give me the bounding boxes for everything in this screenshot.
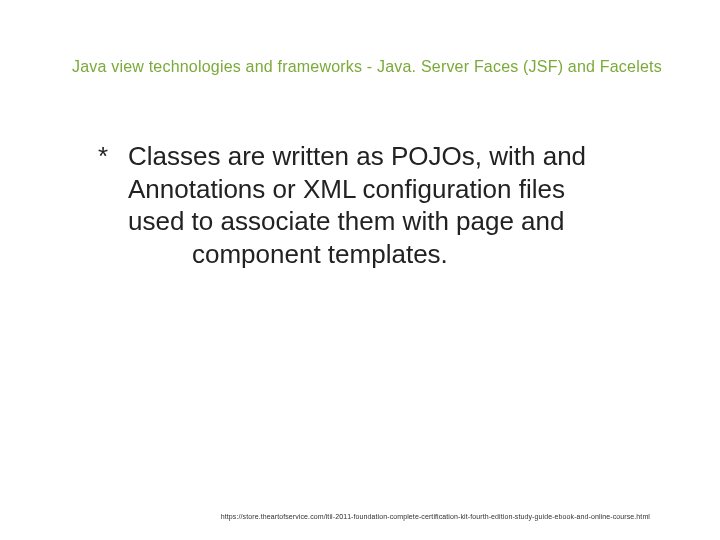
bullet-item: * Classes are written as POJOs, with and… [98,140,660,270]
bullet-marker: * [98,140,128,270]
body-line-1: Classes are written as POJOs, with and [128,141,586,171]
body-line-3: used to associate them with page and [128,206,565,236]
slide-title: Java view technologies and frameworks - … [72,58,680,76]
slide-body: * Classes are written as POJOs, with and… [98,140,660,270]
slide: Java view technologies and frameworks - … [0,0,720,540]
footer-url: https://store.theartofservice.com/itil-2… [221,513,650,520]
bullet-text: Classes are written as POJOs, with and A… [128,140,660,270]
body-line-2: Annotations or XML configuration files [128,174,565,204]
body-line-4: component templates. [128,238,660,271]
